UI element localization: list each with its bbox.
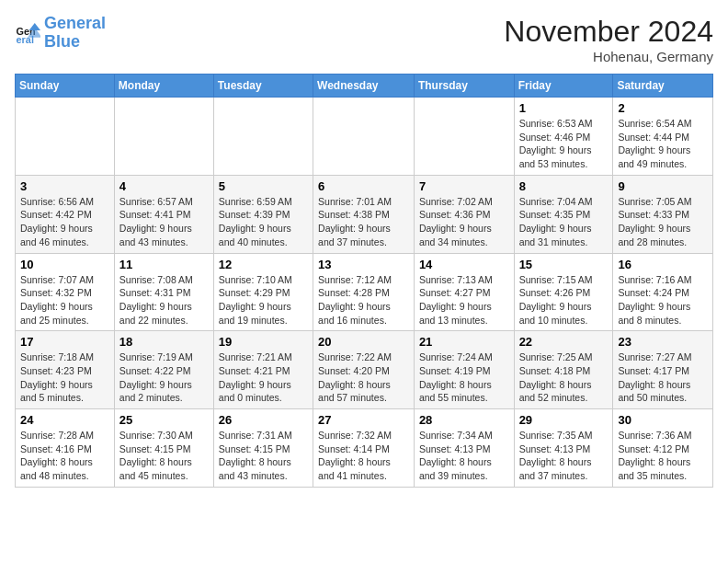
calendar-cell: 8Sunrise: 7:04 AMSunset: 4:35 PMDaylight…	[514, 175, 613, 253]
calendar-cell: 17Sunrise: 7:18 AMSunset: 4:23 PMDayligh…	[16, 331, 115, 409]
day-number: 27	[318, 413, 409, 427]
week-row-2: 10Sunrise: 7:07 AMSunset: 4:32 PMDayligh…	[16, 253, 713, 331]
day-info: Sunrise: 7:35 AMSunset: 4:13 PMDaylight:…	[519, 429, 609, 483]
day-number: 5	[219, 179, 308, 193]
logo: Gen eral General Blue	[15, 15, 106, 52]
day-number: 2	[618, 101, 708, 115]
day-info: Sunrise: 6:54 AMSunset: 4:44 PMDaylight:…	[618, 117, 708, 171]
day-number: 30	[618, 413, 708, 427]
day-info: Sunrise: 7:02 AMSunset: 4:36 PMDaylight:…	[419, 195, 509, 249]
day-number: 12	[219, 258, 308, 271]
calendar-cell: 13Sunrise: 7:12 AMSunset: 4:28 PMDayligh…	[313, 253, 415, 331]
calendar-cell: 10Sunrise: 7:07 AMSunset: 4:32 PMDayligh…	[16, 253, 115, 331]
day-number: 10	[20, 258, 109, 271]
week-row-1: 3Sunrise: 6:56 AMSunset: 4:42 PMDaylight…	[16, 175, 713, 253]
day-number: 11	[119, 258, 209, 271]
day-info: Sunrise: 7:25 AMSunset: 4:18 PMDaylight:…	[519, 350, 609, 405]
day-info: Sunrise: 7:18 AMSunset: 4:23 PMDaylight:…	[20, 350, 109, 405]
calendar-cell: 26Sunrise: 7:31 AMSunset: 4:15 PMDayligh…	[213, 409, 313, 488]
calendar-cell: 14Sunrise: 7:13 AMSunset: 4:27 PMDayligh…	[414, 253, 514, 331]
day-info: Sunrise: 7:12 AMSunset: 4:28 PMDaylight:…	[318, 273, 409, 327]
day-info: Sunrise: 7:32 AMSunset: 4:14 PMDaylight:…	[318, 429, 409, 483]
day-number: 23	[618, 335, 708, 349]
day-info: Sunrise: 7:07 AMSunset: 4:32 PMDaylight:…	[20, 273, 109, 327]
calendar-cell	[213, 98, 313, 176]
day-info: Sunrise: 7:05 AMSunset: 4:33 PMDaylight:…	[618, 195, 708, 249]
calendar-cell: 11Sunrise: 7:08 AMSunset: 4:31 PMDayligh…	[114, 253, 213, 331]
day-info: Sunrise: 6:53 AMSunset: 4:46 PMDaylight:…	[519, 117, 609, 171]
day-info: Sunrise: 7:36 AMSunset: 4:12 PMDaylight:…	[618, 429, 708, 483]
calendar-cell: 22Sunrise: 7:25 AMSunset: 4:18 PMDayligh…	[514, 331, 613, 409]
calendar-cell: 29Sunrise: 7:35 AMSunset: 4:13 PMDayligh…	[514, 409, 613, 488]
header-wednesday: Wednesday	[313, 75, 415, 98]
day-info: Sunrise: 7:22 AMSunset: 4:20 PMDaylight:…	[318, 350, 409, 405]
day-info: Sunrise: 7:01 AMSunset: 4:38 PMDaylight:…	[318, 195, 409, 249]
day-number: 21	[419, 335, 509, 349]
calendar-cell: 24Sunrise: 7:28 AMSunset: 4:16 PMDayligh…	[16, 409, 115, 488]
month-title: November 2024	[504, 15, 713, 49]
day-number: 9	[618, 179, 708, 193]
day-info: Sunrise: 7:30 AMSunset: 4:15 PMDaylight:…	[119, 429, 209, 483]
calendar-cell: 23Sunrise: 7:27 AMSunset: 4:17 PMDayligh…	[613, 331, 713, 409]
day-number: 6	[318, 179, 409, 193]
calendar-cell	[313, 98, 415, 176]
calendar-cell: 2Sunrise: 6:54 AMSunset: 4:44 PMDaylight…	[613, 98, 713, 176]
week-row-3: 17Sunrise: 7:18 AMSunset: 4:23 PMDayligh…	[16, 331, 713, 409]
location-title: Hohenau, Germany	[504, 49, 713, 64]
calendar-cell: 9Sunrise: 7:05 AMSunset: 4:33 PMDaylight…	[613, 175, 713, 253]
day-info: Sunrise: 7:27 AMSunset: 4:17 PMDaylight:…	[618, 350, 708, 405]
header-friday: Friday	[514, 75, 613, 98]
day-number: 18	[119, 335, 209, 349]
calendar-cell	[114, 98, 213, 176]
day-info: Sunrise: 7:15 AMSunset: 4:26 PMDaylight:…	[519, 273, 609, 327]
day-info: Sunrise: 7:04 AMSunset: 4:35 PMDaylight:…	[519, 195, 609, 249]
calendar-cell: 12Sunrise: 7:10 AMSunset: 4:29 PMDayligh…	[213, 253, 313, 331]
calendar-cell	[414, 98, 514, 176]
calendar-cell: 27Sunrise: 7:32 AMSunset: 4:14 PMDayligh…	[313, 409, 415, 488]
day-number: 20	[318, 335, 409, 349]
day-info: Sunrise: 7:24 AMSunset: 4:19 PMDaylight:…	[419, 350, 509, 405]
week-row-0: 1Sunrise: 6:53 AMSunset: 4:46 PMDaylight…	[16, 98, 713, 176]
header-sunday: Sunday	[16, 75, 115, 98]
day-number: 7	[419, 179, 509, 193]
calendar-cell: 5Sunrise: 6:59 AMSunset: 4:39 PMDaylight…	[213, 175, 313, 253]
day-number: 28	[419, 413, 509, 427]
header-monday: Monday	[114, 75, 213, 98]
day-number: 15	[519, 258, 609, 271]
day-number: 24	[20, 413, 109, 427]
day-number: 26	[219, 413, 308, 427]
header-tuesday: Tuesday	[213, 75, 313, 98]
day-number: 4	[119, 179, 209, 193]
calendar-header-row: SundayMondayTuesdayWednesdayThursdayFrid…	[16, 75, 713, 98]
day-info: Sunrise: 7:31 AMSunset: 4:15 PMDaylight:…	[219, 429, 308, 483]
day-info: Sunrise: 7:13 AMSunset: 4:27 PMDaylight:…	[419, 273, 509, 327]
calendar-cell: 25Sunrise: 7:30 AMSunset: 4:15 PMDayligh…	[114, 409, 213, 488]
calendar-cell: 4Sunrise: 6:57 AMSunset: 4:41 PMDaylight…	[114, 175, 213, 253]
calendar-cell	[16, 98, 115, 176]
calendar-cell: 6Sunrise: 7:01 AMSunset: 4:38 PMDaylight…	[313, 175, 415, 253]
day-number: 25	[119, 413, 209, 427]
day-info: Sunrise: 7:10 AMSunset: 4:29 PMDaylight:…	[219, 273, 308, 327]
day-info: Sunrise: 6:59 AMSunset: 4:39 PMDaylight:…	[219, 195, 308, 249]
header-thursday: Thursday	[414, 75, 514, 98]
day-number: 14	[419, 258, 509, 271]
day-number: 29	[519, 413, 609, 427]
calendar-cell: 30Sunrise: 7:36 AMSunset: 4:12 PMDayligh…	[613, 409, 713, 488]
day-number: 3	[20, 179, 109, 193]
title-area: November 2024 Hohenau, Germany	[504, 15, 713, 64]
calendar-cell: 3Sunrise: 6:56 AMSunset: 4:42 PMDaylight…	[16, 175, 115, 253]
calendar-cell: 18Sunrise: 7:19 AMSunset: 4:22 PMDayligh…	[114, 331, 213, 409]
day-info: Sunrise: 7:34 AMSunset: 4:13 PMDaylight:…	[419, 429, 509, 483]
calendar-cell: 16Sunrise: 7:16 AMSunset: 4:24 PMDayligh…	[613, 253, 713, 331]
day-number: 19	[219, 335, 308, 349]
logo-icon: Gen eral	[15, 20, 40, 46]
calendar-table: SundayMondayTuesdayWednesdayThursdayFrid…	[15, 74, 713, 488]
day-number: 22	[519, 335, 609, 349]
header-saturday: Saturday	[613, 75, 713, 98]
calendar-cell: 20Sunrise: 7:22 AMSunset: 4:20 PMDayligh…	[313, 331, 415, 409]
calendar-cell: 7Sunrise: 7:02 AMSunset: 4:36 PMDaylight…	[414, 175, 514, 253]
day-info: Sunrise: 7:08 AMSunset: 4:31 PMDaylight:…	[119, 273, 209, 327]
day-number: 1	[519, 101, 609, 115]
day-number: 8	[519, 179, 609, 193]
day-info: Sunrise: 6:57 AMSunset: 4:41 PMDaylight:…	[119, 195, 209, 249]
